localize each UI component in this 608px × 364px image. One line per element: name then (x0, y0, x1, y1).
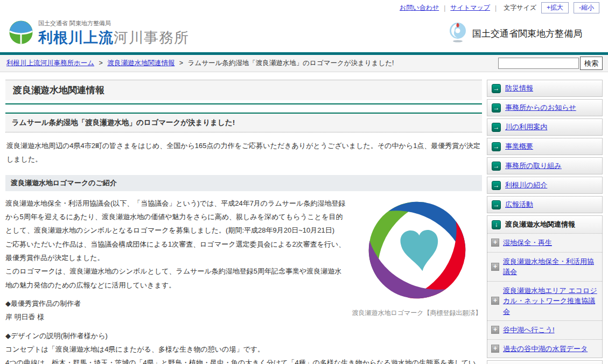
plus-icon: + (491, 345, 499, 353)
plus-icon: + (491, 239, 499, 247)
sidebar-sublink[interactable]: 湿地保全・再生 (503, 237, 552, 248)
breadcrumb-separator: > (179, 59, 183, 67)
mlit-branch-block: 国土交通省関東地方整備局 (448, 22, 600, 46)
sidebar-sublink[interactable]: 過去の谷中湖の水質データ (503, 344, 588, 354)
arrow-right-icon: → (492, 181, 501, 190)
search-button[interactable]: 検索 (580, 57, 603, 70)
design-description-block: ◆デザインの説明(制作者様から) コンセプトは「渡良瀬遊水地は4県にまたがる、多… (5, 329, 482, 364)
utility-bar: お問い合わせ | サイトマップ | 文字サイズ +拡大 -縮小 (0, 0, 608, 15)
breadcrumb-home-link[interactable]: 利根川上流河川事務所ホーム (6, 59, 94, 67)
sidebar-item-nyuusatsu[interactable]: → 入札・契約情報 (487, 360, 603, 364)
sidebar-sublink[interactable]: 渡良瀬遊水地エリア エコロジカル・ネットワーク推進協議会 (503, 285, 598, 317)
sidebar-subitem-eco-network[interactable]: + 渡良瀬遊水地エリア エコロジカル・ネットワーク推進協議会 (487, 281, 602, 321)
sidebar-item-kawa-riyou[interactable]: → 川の利用案内 (487, 118, 603, 136)
logo-heart (399, 228, 441, 273)
contact-link[interactable]: お問い合わせ (400, 3, 439, 12)
divider: | (495, 4, 497, 12)
page-title: 渡良瀬遊水地関連情報 (5, 80, 482, 100)
sitemap-link[interactable]: サイトマップ (450, 3, 490, 12)
sidebar-link[interactable]: 利根川の紹介 (505, 180, 547, 190)
sidebar-link[interactable]: 事務所からのお知らせ (505, 103, 576, 113)
divider: | (444, 4, 445, 12)
plus-icon: + (491, 326, 499, 334)
breadcrumb-separator: > (99, 59, 103, 67)
sidebar-nav: → 防災情報 → 事務所からのお知らせ → 川の利用案内 → 事業概要 → 事務… (487, 80, 603, 364)
mlit-emblem-icon (448, 22, 467, 46)
office-name-sub: 河川事務所 (114, 30, 189, 46)
office-name-main: 利根川上流 (38, 30, 114, 46)
sidebar-subitem-suishitsu-data[interactable]: + 過去の谷中湖の水質データ (487, 339, 602, 358)
site-header: 国土交通省 関東地方整備局 利根川上流河川事務所 国土交通省関東地方整備局 (0, 15, 608, 52)
sidebar-link[interactable]: 防災情報 (505, 83, 533, 93)
watarase-logo-figure: 渡良瀬遊水地ロゴマーク【商標登録出願済】 (352, 198, 482, 319)
sidebar-item-oshirase[interactable]: → 事務所からのお知らせ (487, 99, 603, 116)
breadcrumb-bar: 利根川上流河川事務所ホーム > 渡良瀬遊水地関連情報 > ラムサール条約湿地「渡… (0, 55, 608, 72)
sidebar-link[interactable]: 事務所の取り組み (505, 161, 562, 171)
watarase-logo-image (361, 198, 473, 303)
main-content: 渡良瀬遊水地関連情報 ラムサール条約湿地「渡良瀬遊水地」のロゴマークが決まりまし… (5, 80, 482, 364)
site-logo-home-link[interactable]: 国土交通省 関東地方整備局 利根川上流河川事務所 (9, 19, 189, 47)
breadcrumb-section-link[interactable]: 渡良瀬遊水地関連情報 (107, 59, 174, 67)
font-shrink-button[interactable]: -縮小 (574, 2, 599, 13)
sidebar-subitem-hozen-kyougikai[interactable]: + 渡良瀬遊水地保全・利活用協議会 (487, 252, 602, 281)
arrow-down-icon: ↓ (492, 220, 501, 229)
sidebar-group-label: 渡良瀬遊水地関連情報 (505, 220, 575, 229)
plus-icon: + (491, 263, 499, 271)
sidebar-group-watarase: ↓ 渡良瀬遊水地関連情報 + 湿地保全・再生 + 渡良瀬遊水地保全・利活用協議会… (487, 215, 603, 358)
sidebar-subitem-shicchi-hozen[interactable]: + 湿地保全・再生 (487, 233, 602, 252)
logo-caption: 渡良瀬遊水地ロゴマーク【商標登録出願済】 (352, 307, 482, 319)
sidebar-item-tonegawa-shoukai[interactable]: → 利根川の紹介 (487, 177, 603, 194)
intro-paragraph: 渡良瀬遊水地周辺の4県4市2町の皆さまをはじめ、全国から165点の力作をご応募い… (6, 139, 481, 166)
office-logo-icon (9, 20, 33, 47)
font-enlarge-button[interactable]: +拡大 (541, 2, 569, 13)
article-body: 渡良瀬遊水地ロゴマーク【商標登録出願済】 渡良瀬遊水地保全・利活用協議会(以下、… (5, 197, 482, 364)
sidebar-item-kouhou[interactable]: → 広報活動 (487, 196, 603, 213)
sidebar-subitem-yanaka-lake[interactable]: + 谷中湖へ行こう! (487, 320, 602, 339)
sidebar-link[interactable]: 広報活動 (505, 200, 533, 209)
mlit-branch-name: 国土交通省関東地方整備局 (472, 27, 582, 40)
green-divider (5, 103, 482, 104)
arrow-right-icon: → (492, 123, 501, 132)
sidebar-item-jigyou-gaiyou[interactable]: → 事業概要 (487, 138, 603, 155)
font-size-label: 文字サイズ (504, 3, 536, 12)
office-name: 国土交通省 関東地方整備局 利根川上流河川事務所 (38, 19, 189, 47)
search-input[interactable] (498, 58, 579, 69)
arrow-right-icon: → (492, 200, 501, 209)
sidebar-group-header[interactable]: ↓ 渡良瀬遊水地関連情報 (487, 216, 602, 233)
sidebar-item-bousai[interactable]: → 防災情報 (487, 80, 603, 97)
arrow-right-icon: → (492, 142, 501, 151)
sidebar-sublink[interactable]: 谷中湖へ行こう! (503, 325, 555, 335)
search-box: 検索 (498, 57, 603, 70)
article-title: ラムサール条約湿地「渡良瀬遊水地」のロゴマークが決まりました! (5, 113, 482, 132)
breadcrumb: 利根川上流河川事務所ホーム > 渡良瀬遊水地関連情報 > ラムサール条約湿地「渡… (6, 59, 394, 68)
sidebar-sublink[interactable]: 渡良瀬遊水地保全・利活用協議会 (503, 256, 598, 277)
agency-name: 国土交通省 関東地方整備局 (38, 19, 189, 27)
sidebar-item-torikumi[interactable]: → 事務所の取り組み (487, 157, 603, 174)
section-heading: 渡良瀬遊水地ロゴマークのご紹介 (5, 175, 482, 191)
arrow-right-icon: → (492, 84, 501, 93)
arrow-right-icon: → (492, 162, 501, 171)
arrow-right-icon: → (492, 103, 501, 113)
plus-icon: + (491, 297, 499, 305)
sidebar-link[interactable]: 事業概要 (505, 142, 533, 151)
breadcrumb-current: ラムサール条約湿地「渡良瀬遊水地」のロゴマークが決まりました! (188, 59, 394, 67)
sidebar-link[interactable]: 川の利用案内 (505, 122, 547, 132)
